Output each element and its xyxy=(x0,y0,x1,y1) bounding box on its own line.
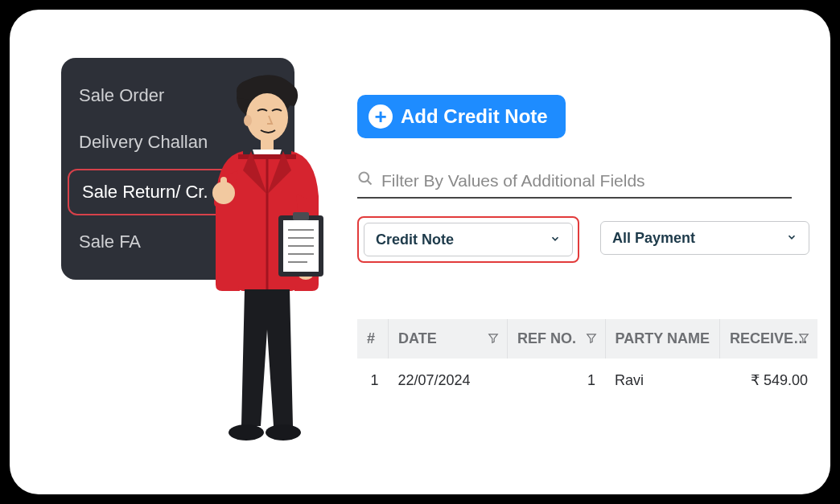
payment-dropdown-wrap: All Payment xyxy=(595,216,814,263)
svg-point-24 xyxy=(360,173,369,182)
cell-index: 1 xyxy=(357,359,389,402)
col-header-ref[interactable]: REF NO. xyxy=(508,319,606,359)
main-content: + Add Credit Note Credit Note xyxy=(357,95,806,402)
type-dropdown-highlight: Credit Note xyxy=(357,216,579,263)
chevron-down-icon xyxy=(550,233,561,247)
sidebar-item-delivery-challan[interactable]: Delivery Challan xyxy=(61,119,294,166)
type-dropdown[interactable]: Credit Note xyxy=(364,223,573,256)
svg-rect-16 xyxy=(293,212,309,220)
sidebar-item-sale-order[interactable]: Sale Order xyxy=(61,72,294,119)
payment-dropdown-label: All Payment xyxy=(612,230,695,247)
sidebar: Sale Order Delivery Challan Sale Return/… xyxy=(61,58,294,280)
chevron-down-icon xyxy=(786,232,797,245)
cell-date: 22/07/2024 xyxy=(389,359,508,402)
filter-icon[interactable] xyxy=(586,330,597,347)
col-header-index[interactable]: # xyxy=(357,319,389,359)
sidebar-item-sale-fa[interactable]: Sale FA xyxy=(61,219,294,265)
col-header-party[interactable]: PARTY NAME xyxy=(605,319,719,359)
table-row[interactable]: 1 22/07/2024 1 Ravi ₹ 549.00 xyxy=(357,359,817,402)
col-header-date[interactable]: DATE xyxy=(389,319,508,359)
cell-ref: 1 xyxy=(508,359,606,402)
cell-party: Ravi xyxy=(605,359,719,402)
filter-icon[interactable] xyxy=(798,330,809,347)
add-credit-note-button[interactable]: + Add Credit Note xyxy=(357,95,566,138)
payment-dropdown[interactable]: All Payment xyxy=(600,221,809,255)
svg-marker-27 xyxy=(587,334,595,342)
credit-note-table: # DATE REF NO. PARTY NAME xyxy=(357,319,817,402)
cell-received: ₹ 549.00 xyxy=(719,359,817,402)
col-header-date-label: DATE xyxy=(398,330,437,346)
svg-marker-26 xyxy=(489,334,498,342)
col-header-received[interactable]: RECEIVE… xyxy=(719,319,817,359)
col-header-ref-label: REF NO. xyxy=(517,330,576,346)
svg-point-23 xyxy=(266,424,301,440)
col-header-received-label: RECEIVE… xyxy=(730,330,808,346)
app-card: Sale Order Delivery Challan Sale Return/… xyxy=(10,10,830,494)
dropdown-row: Credit Note All Payment xyxy=(357,216,806,263)
svg-point-13 xyxy=(298,267,314,280)
svg-marker-28 xyxy=(800,334,809,342)
svg-line-25 xyxy=(368,181,372,185)
filter-icon[interactable] xyxy=(488,330,499,347)
plus-icon: + xyxy=(369,104,393,129)
filter-input[interactable] xyxy=(381,171,792,191)
add-button-label: Add Credit Note xyxy=(401,105,548,128)
sidebar-item-sale-return[interactable]: Sale Return/ Cr. xyxy=(68,169,288,215)
table-header-row: # DATE REF NO. PARTY NAME xyxy=(357,319,817,359)
type-dropdown-label: Credit Note xyxy=(376,232,454,248)
svg-point-22 xyxy=(229,424,264,440)
filter-row xyxy=(357,170,792,199)
search-icon xyxy=(357,170,373,191)
